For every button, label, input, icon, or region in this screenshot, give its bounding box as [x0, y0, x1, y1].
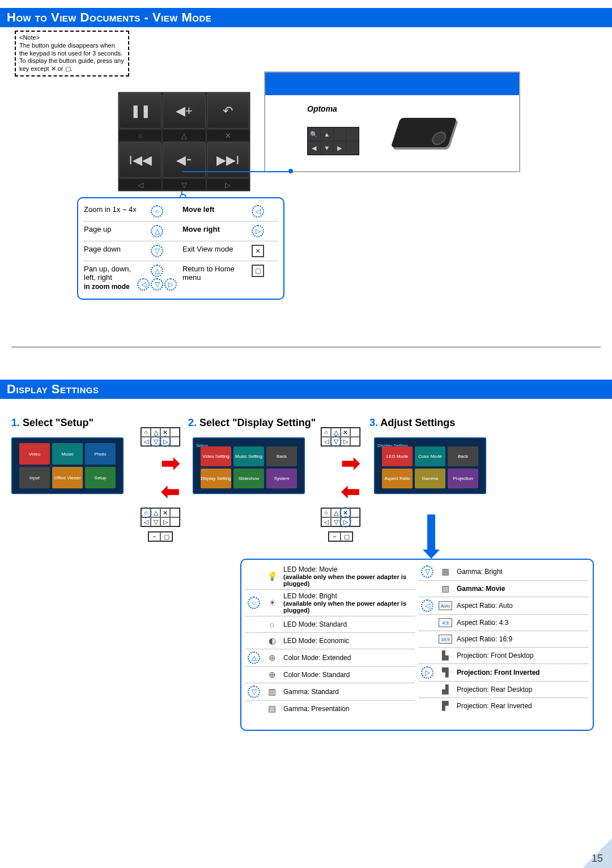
- aspect-auto-icon: Auto: [439, 601, 452, 610]
- left-key-icon: ◁: [252, 205, 264, 218]
- page-number: 15: [592, 853, 603, 865]
- gamma-std-icon: ▥: [265, 686, 279, 697]
- volume-down-icon: ◀⁃: [163, 142, 205, 178]
- sub-left-icon: ◁: [118, 178, 162, 191]
- led-bright-sub: (available only when the power adapter i…: [283, 600, 414, 614]
- gamma-bright-icon: ▦: [439, 566, 452, 577]
- down-key-small: ▽: [248, 686, 260, 698]
- tile-setup: Setup: [85, 467, 116, 488]
- red-arrow-right2: ➡: [341, 450, 360, 476]
- color-ext: Color Mode: Extended: [283, 654, 414, 662]
- right-key-icon-2: ▷: [164, 278, 177, 291]
- led-movie-sub: (available only when the power adapter i…: [283, 573, 414, 587]
- legend-zoom-note: in zoom mode: [84, 283, 138, 291]
- menu-setup-screenshot: Video Music Photo Input Office Viewer Se…: [11, 437, 124, 494]
- sub-right-icon: ▷: [206, 178, 250, 191]
- legend-moveright-label: Move right: [182, 225, 220, 233]
- right-key-icon: ▷: [252, 225, 264, 237]
- legend-pageup-label: Page up: [84, 225, 138, 233]
- right-key-small: ▷: [421, 666, 434, 679]
- red-arrow-right: ➡: [161, 450, 180, 476]
- home-key-icon: ▢: [252, 265, 264, 277]
- legend-home-label: Return to Home menu: [176, 265, 244, 282]
- proj-fd: Projection: Front Desktop: [457, 652, 587, 659]
- sub-circle-icon: ○: [118, 129, 162, 142]
- circle-key-icon: ○: [151, 205, 163, 218]
- proj-fi: Projection: Front Inverted: [457, 669, 540, 676]
- legend-pan-label: Pan up, down, left, right: [84, 265, 131, 282]
- step2-heading: 2. Select "Display Setting": [188, 417, 316, 429]
- up-key-icon-2: △: [151, 265, 163, 277]
- left-key-small: ◁: [421, 599, 434, 612]
- keypad-step1-top: ○△✕◁▽▷: [141, 427, 180, 446]
- return-icon: ↶: [207, 93, 249, 129]
- proj-fi-icon: ▜: [439, 667, 452, 678]
- button-legend: Zoom in 1x ~ 4x ○ Move left ◁ Page up △ …: [77, 197, 284, 300]
- proj-rd: Projection: Rear Desktop: [457, 686, 587, 693]
- proj-fd-icon: ▙: [439, 650, 452, 661]
- settings-values-legend: 💡 LED Mode: Movie(available only when th…: [240, 559, 594, 731]
- x-key-icon: ✕: [252, 245, 264, 257]
- step3-heading: 3. Adjust Settings: [369, 417, 455, 429]
- gamma-std: Gamma: Standard: [283, 688, 414, 696]
- red-arrow-left2: ⬅: [341, 478, 360, 504]
- media-control-panel: ❚❚ ◀+ ↶ ○ △ ✕ I◀◀ ◀⁃ ▶▶I ◁ ▽ ▷: [118, 92, 250, 192]
- prev-icon: I◀◀: [119, 142, 162, 178]
- circle-key-small: ○: [248, 597, 260, 609]
- menu-displaysetting-screenshot: Setup Video Setting Music Setting Back D…: [193, 437, 305, 494]
- tile-video: Video: [19, 443, 50, 465]
- keypad-step2-top: ○△✕◁▽▷: [321, 427, 360, 446]
- sub-x-icon: ✕: [206, 129, 250, 142]
- projector-device-icon: [391, 118, 457, 147]
- projector-illustration: Optoma 🔍▲ ◀▼▶: [264, 71, 520, 172]
- tile-videoset: Video Setting: [201, 446, 231, 466]
- proj-ri: Projection: Rear Inverted: [457, 702, 587, 710]
- tile-back: Back: [266, 446, 297, 466]
- aspect-169-icon: 16:9: [439, 635, 452, 644]
- bulb-bright-icon: ☀: [265, 597, 279, 609]
- tile-gamma: Gamma: [415, 469, 445, 488]
- step1-heading: 1. Select "Setup": [11, 417, 94, 429]
- keypad-step1-zoom: −▢: [148, 531, 173, 542]
- section-header-viewmode: How to View Documents - View Mode: [0, 8, 612, 27]
- tile-projection: Projection: [448, 469, 478, 488]
- color-ext-icon: ⊛: [265, 652, 279, 663]
- led-std: LED Mode: Standard: [283, 620, 414, 628]
- tile-system: System: [266, 469, 297, 488]
- tile-ledmode: LED Mode: [382, 446, 413, 466]
- tile-officeviewer: Office Viewer: [52, 467, 83, 488]
- blue-arrow-down: [427, 514, 435, 551]
- up-key-small: △: [248, 652, 260, 664]
- tile-input: Input: [19, 467, 50, 488]
- gamma-movie: Gamma: Movie: [457, 585, 505, 593]
- gamma-movie-icon: ▧: [439, 583, 452, 594]
- aspect-43: Aspect Ratio: 4:3: [457, 619, 587, 627]
- keypad-step2-zoom: −▢: [328, 531, 353, 542]
- volume-up-icon: ◀+: [163, 93, 205, 129]
- keypad-step2-bot: ○△✕◁▽▷: [321, 508, 360, 527]
- tile-aspect: Aspect Ratio: [382, 469, 413, 488]
- tile-slideshow: Slideshow: [233, 469, 264, 488]
- note-line1: The button guide disappears when the key…: [19, 42, 122, 57]
- tile-musicset: Music Setting: [233, 446, 264, 466]
- mini-keypad-illustration: 🔍▲ ◀▼▶: [307, 127, 359, 155]
- bulb-movie-icon: 💡: [265, 571, 279, 582]
- menu-adjust-screenshot: Display Setting LED Mode Color Mode Back…: [374, 437, 486, 494]
- proj-rd-icon: ▟: [439, 684, 452, 695]
- gamma-pres: Gamma: Presentation: [283, 705, 414, 713]
- legend-pagedown-label: Page down: [84, 245, 138, 253]
- led-bright: LED Mode: Bright: [283, 592, 337, 600]
- down-key-small2: ▽: [421, 565, 434, 578]
- color-std: Color Mode: Standard: [283, 671, 414, 679]
- red-arrow-left: ⬅: [161, 478, 180, 504]
- legend-zoom-label: Zoom in 1x ~ 4x: [84, 205, 138, 214]
- tile-colormode: Color Mode: [415, 446, 445, 466]
- bulb-std-icon: ○: [265, 619, 279, 630]
- sub-triangle-icon: △: [162, 129, 206, 142]
- aspect-auto: Aspect Ratio: Auto: [457, 602, 587, 610]
- aspect-169: Aspect Ratio: 16:9: [457, 635, 587, 643]
- legend-moveleft-label: Move left: [182, 205, 214, 214]
- connector-line: [182, 171, 290, 172]
- tile-back3: Back: [448, 446, 478, 466]
- divider-line: [11, 347, 601, 347]
